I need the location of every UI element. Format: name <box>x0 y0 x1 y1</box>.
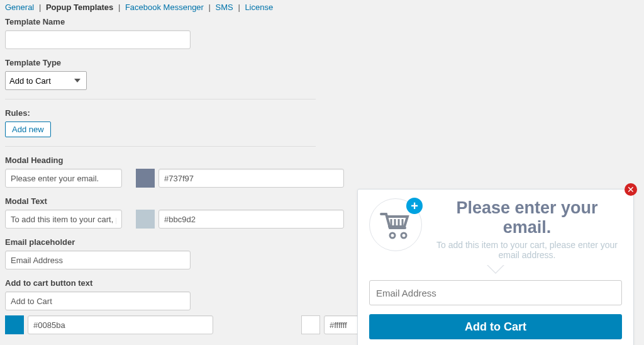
rules-row: Rules: Add new <box>5 108 316 137</box>
tab-general[interactable]: General <box>5 3 34 12</box>
svg-point-5 <box>401 233 406 238</box>
modal-heading-input[interactable] <box>5 169 122 188</box>
pointer-arrow-icon <box>487 265 504 274</box>
button-bg-color-input[interactable] <box>28 315 213 334</box>
cart-icon: + <box>369 198 422 251</box>
button-text-label: Add to cart button text <box>5 278 316 288</box>
preview-heading: Please enter your email. <box>432 198 622 237</box>
add-rule-button[interactable]: Add new <box>5 122 51 137</box>
popup-preview: ✕ + Please enter your email. To add this… <box>357 189 634 345</box>
preview-add-to-cart-button[interactable]: Add to Cart <box>369 314 622 339</box>
email-placeholder-label: Email placeholder <box>5 237 316 247</box>
settings-tabs: General | Popup Templates | Facebook Mes… <box>0 0 644 12</box>
form-area: Template Name Template Type Add to Cart … <box>0 12 321 334</box>
modal-text-label: Modal Text <box>5 196 316 206</box>
rules-label: Rules: <box>5 108 316 118</box>
modal-text-color-swatch[interactable] <box>136 210 155 229</box>
preview-email-input[interactable] <box>369 280 622 305</box>
modal-text-input[interactable] <box>5 210 122 229</box>
preview-subtext: To add this item to your cart, please en… <box>432 240 622 260</box>
tab-popup-templates[interactable]: Popup Templates <box>46 3 113 12</box>
tab-sep: | <box>238 3 240 12</box>
template-name-label: Template Name <box>5 17 316 26</box>
modal-heading-row: Modal Heading <box>5 156 316 188</box>
tab-sms[interactable]: SMS <box>216 3 233 12</box>
tab-facebook-messenger[interactable]: Facebook Messenger <box>125 3 204 12</box>
button-text-row: Add to cart button text <box>5 278 316 334</box>
modal-heading-color-swatch[interactable] <box>136 169 155 188</box>
svg-point-4 <box>390 233 395 238</box>
email-placeholder-row: Email placeholder <box>5 237 316 269</box>
button-fg-color-swatch[interactable] <box>301 315 320 334</box>
tab-license[interactable]: License <box>245 3 273 12</box>
tab-sep: | <box>118 3 120 12</box>
modal-heading-color-input[interactable] <box>158 169 344 188</box>
button-text-input[interactable] <box>5 291 191 310</box>
template-type-label: Template Type <box>5 58 316 67</box>
email-placeholder-input[interactable] <box>5 251 191 269</box>
divider <box>5 99 316 99</box>
modal-text-row: Modal Text <box>5 196 316 229</box>
template-name-input[interactable] <box>5 30 191 49</box>
tab-sep: | <box>39 3 41 12</box>
button-bg-color-swatch[interactable] <box>5 315 24 334</box>
modal-heading-label: Modal Heading <box>5 156 316 165</box>
template-type-select-wrap: Add to Cart <box>5 71 87 90</box>
close-icon[interactable]: ✕ <box>625 183 637 196</box>
preview-header: + Please enter your email. To add this i… <box>369 198 622 260</box>
template-name-row: Template Name <box>5 17 316 49</box>
template-type-select[interactable]: Add to Cart <box>5 71 87 90</box>
template-type-row: Template Type Add to Cart <box>5 58 316 90</box>
modal-text-color-input[interactable] <box>158 210 344 229</box>
tab-sep: | <box>209 3 211 12</box>
divider <box>5 146 316 147</box>
plus-icon: + <box>406 198 423 214</box>
